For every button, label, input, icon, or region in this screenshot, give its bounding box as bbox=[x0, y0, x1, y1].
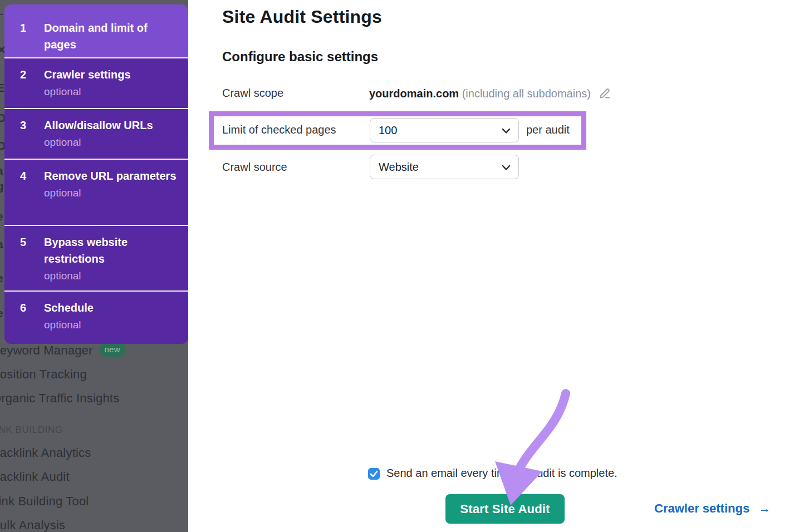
chevron-down-icon bbox=[501, 126, 511, 136]
step-number: 5 bbox=[20, 234, 26, 250]
sidebar-section-link-building: LINK BUILDING bbox=[0, 425, 63, 436]
sidebar-item-bulk-analysis[interactable]: Bulk Analysis bbox=[0, 518, 65, 532]
crawl-scope-label: Crawl scope bbox=[222, 87, 283, 100]
email-checkbox[interactable] bbox=[368, 468, 380, 480]
step-label: Remove URL parameters bbox=[44, 168, 178, 184]
step-number: 4 bbox=[20, 168, 26, 184]
crawler-settings-link[interactable]: Crawler settings→ bbox=[654, 501, 771, 516]
step-number: 1 bbox=[20, 19, 26, 36]
sidebar-item-label: Keyword Manager bbox=[0, 343, 93, 357]
crawl-scope-value: yourdomain.com (including all subdomains… bbox=[369, 86, 612, 100]
step-optional-label: optional bbox=[44, 318, 188, 332]
sidebar-fragment: e bbox=[0, 272, 3, 285]
step-label: Allow/disallow URLs bbox=[44, 117, 178, 134]
limit-of-pages-value: 100 bbox=[379, 124, 397, 136]
email-checkbox-label: Send an email every time an audit is com… bbox=[386, 467, 618, 480]
sidebar-item-position-tracking[interactable]: Position Tracking bbox=[0, 367, 87, 382]
page-title: Site Audit Settings bbox=[222, 7, 382, 27]
wizard-step-crawler-settings[interactable]: 2 Crawler settings optional bbox=[4, 57, 188, 108]
sidebar-fragment: e bbox=[0, 210, 3, 223]
crawl-scope-note: (including all subdomains) bbox=[462, 87, 591, 100]
step-label: Schedule bbox=[44, 299, 178, 316]
crawl-source-value: Website bbox=[379, 161, 419, 173]
sidebar-fragment: a bbox=[0, 164, 3, 178]
new-badge: new bbox=[99, 343, 126, 357]
check-icon bbox=[368, 468, 380, 480]
step-label: Crawler settings bbox=[44, 66, 178, 83]
sidebar-fragment: e bbox=[0, 307, 3, 320]
sidebar-fragment: E bbox=[0, 81, 4, 95]
crawl-source-label: Crawl source bbox=[222, 161, 287, 174]
crawler-settings-link-label: Crawler settings bbox=[654, 501, 749, 515]
step-label: Domain and limit of pages bbox=[44, 19, 178, 53]
step-number: 3 bbox=[20, 117, 26, 134]
edit-pencil-icon[interactable] bbox=[599, 86, 612, 100]
wizard-step-domain-and-limit[interactable]: 1 Domain and limit of pages bbox=[4, 4, 188, 57]
crawl-source-select[interactable]: Website bbox=[370, 155, 519, 179]
chevron-down-icon bbox=[501, 162, 511, 173]
sidebar-fragment: g bbox=[0, 180, 4, 193]
sidebar-item-backlink-audit[interactable]: Backlink Audit bbox=[0, 470, 70, 484]
crawl-scope-domain: yourdomain.com bbox=[369, 87, 459, 100]
step-label: Bypass website restrictions bbox=[44, 234, 178, 267]
sidebar-item-link-building-tool[interactable]: Link Building Tool bbox=[0, 494, 89, 509]
wizard-step-allow-disallow-urls[interactable]: 3 Allow/disallow URLs optional bbox=[4, 108, 188, 159]
wizard-step-bypass-restrictions[interactable]: 5 Bypass website restrictions optional bbox=[4, 225, 188, 290]
step-optional-label: optional bbox=[44, 85, 188, 98]
start-site-audit-button[interactable]: Start Site Audit bbox=[445, 494, 565, 524]
arrow-right-icon: → bbox=[758, 501, 771, 515]
step-optional-label: optional bbox=[44, 186, 188, 200]
sidebar-item-organic-traffic-insights[interactable]: Organic Traffic Insights bbox=[0, 391, 119, 406]
wizard-step-remove-url-parameters[interactable]: 4 Remove URL parameters optional bbox=[4, 159, 188, 225]
site-audit-settings-panel: Site Audit Settings Configure basic sett… bbox=[188, 0, 789, 532]
wizard-step-list: 1 Domain and limit of pages 2 Crawler se… bbox=[4, 4, 188, 344]
sidebar-item-backlink-analytics[interactable]: Backlink Analytics bbox=[0, 446, 91, 460]
step-number: 2 bbox=[20, 66, 26, 83]
limit-of-pages-select[interactable]: 100 bbox=[370, 118, 519, 142]
step-number: 6 bbox=[20, 299, 26, 316]
sidebar-fragment: a bbox=[0, 238, 3, 251]
step-optional-label: optional bbox=[44, 136, 188, 149]
section-title: Configure basic settings bbox=[222, 49, 378, 65]
step-optional-label: optional bbox=[44, 269, 188, 283]
sidebar-item-keyword-manager[interactable]: Keyword Managernew bbox=[0, 343, 126, 358]
wizard-step-schedule[interactable]: 6 Schedule optional bbox=[4, 290, 188, 344]
sidebar-fragment: ⌐ bbox=[0, 8, 3, 21]
